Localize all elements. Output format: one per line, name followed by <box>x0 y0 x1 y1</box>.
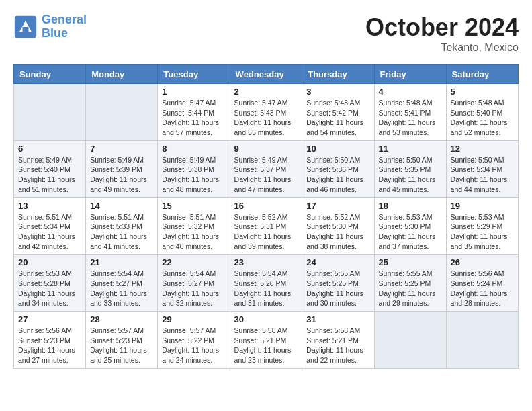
day-number: 3 <box>306 87 369 97</box>
day-info: Sunrise: 5:55 AM Sunset: 5:25 PM Dayligh… <box>379 269 442 308</box>
day-number: 13 <box>18 201 81 211</box>
day-number: 14 <box>90 201 153 211</box>
day-number: 18 <box>379 201 442 211</box>
calendar-cell: 19Sunrise: 5:53 AM Sunset: 5:29 PM Dayli… <box>446 197 518 255</box>
day-info: Sunrise: 5:55 AM Sunset: 5:25 PM Dayligh… <box>306 269 369 308</box>
day-info: Sunrise: 5:56 AM Sunset: 5:24 PM Dayligh… <box>451 269 514 308</box>
day-info: Sunrise: 5:52 AM Sunset: 5:30 PM Dayligh… <box>306 212 369 252</box>
weekday-header: Saturday <box>446 65 518 84</box>
calendar-cell: 27Sunrise: 5:56 AM Sunset: 5:23 PM Dayli… <box>14 312 86 369</box>
calendar-cell: 21Sunrise: 5:54 AM Sunset: 5:27 PM Dayli… <box>86 255 158 312</box>
day-info: Sunrise: 5:49 AM Sunset: 5:39 PM Dayligh… <box>90 155 153 195</box>
day-number: 30 <box>234 314 298 324</box>
calendar-cell: 26Sunrise: 5:56 AM Sunset: 5:24 PM Dayli… <box>446 255 518 312</box>
day-number: 21 <box>90 257 153 267</box>
day-number: 19 <box>451 201 514 211</box>
day-info: Sunrise: 5:57 AM Sunset: 5:22 PM Dayligh… <box>162 326 225 365</box>
day-number: 11 <box>379 144 442 154</box>
calendar-cell <box>446 312 518 369</box>
day-number: 26 <box>451 257 514 267</box>
calendar-cell: 25Sunrise: 5:55 AM Sunset: 5:25 PM Dayli… <box>374 255 446 312</box>
calendar-cell: 2Sunrise: 5:47 AM Sunset: 5:43 PM Daylig… <box>230 84 302 141</box>
day-number: 22 <box>162 257 225 267</box>
calendar-cell: 5Sunrise: 5:48 AM Sunset: 5:40 PM Daylig… <box>446 84 518 141</box>
day-number: 29 <box>162 314 225 324</box>
location: Tekanto, Mexico <box>365 42 519 54</box>
calendar-cell: 10Sunrise: 5:50 AM Sunset: 5:36 PM Dayli… <box>302 140 374 197</box>
calendar-cell: 15Sunrise: 5:51 AM Sunset: 5:32 PM Dayli… <box>158 197 230 255</box>
day-number: 24 <box>306 257 369 267</box>
title-block: October 2024 Tekanto, Mexico <box>365 13 519 54</box>
logo-line1: General <box>42 13 87 26</box>
weekday-header: Sunday <box>14 65 86 84</box>
calendar-cell: 17Sunrise: 5:52 AM Sunset: 5:30 PM Dayli… <box>302 197 374 255</box>
weekday-header: Monday <box>86 65 158 84</box>
day-info: Sunrise: 5:52 AM Sunset: 5:31 PM Dayligh… <box>234 212 298 252</box>
day-info: Sunrise: 5:50 AM Sunset: 5:35 PM Dayligh… <box>379 155 442 195</box>
calendar-cell: 20Sunrise: 5:53 AM Sunset: 5:28 PM Dayli… <box>14 255 86 312</box>
day-info: Sunrise: 5:57 AM Sunset: 5:23 PM Dayligh… <box>90 326 153 365</box>
calendar-cell: 7Sunrise: 5:49 AM Sunset: 5:39 PM Daylig… <box>86 140 158 197</box>
day-info: Sunrise: 5:54 AM Sunset: 5:26 PM Dayligh… <box>234 269 298 308</box>
day-number: 10 <box>306 144 369 154</box>
day-number: 16 <box>234 201 298 211</box>
day-number: 12 <box>451 144 514 154</box>
day-info: Sunrise: 5:53 AM Sunset: 5:28 PM Dayligh… <box>18 269 81 308</box>
day-number: 7 <box>90 144 153 154</box>
day-info: Sunrise: 5:48 AM Sunset: 5:41 PM Dayligh… <box>379 98 442 138</box>
calendar-week-row: 27Sunrise: 5:56 AM Sunset: 5:23 PM Dayli… <box>14 312 519 369</box>
calendar-cell: 28Sunrise: 5:57 AM Sunset: 5:23 PM Dayli… <box>86 312 158 369</box>
month-title: October 2024 <box>365 13 519 42</box>
day-info: Sunrise: 5:58 AM Sunset: 5:21 PM Dayligh… <box>234 326 298 365</box>
calendar-cell: 4Sunrise: 5:48 AM Sunset: 5:41 PM Daylig… <box>374 84 446 141</box>
calendar-week-row: 6Sunrise: 5:49 AM Sunset: 5:40 PM Daylig… <box>14 140 519 197</box>
day-info: Sunrise: 5:51 AM Sunset: 5:33 PM Dayligh… <box>90 212 153 252</box>
day-info: Sunrise: 5:51 AM Sunset: 5:34 PM Dayligh… <box>18 212 81 252</box>
calendar-cell: 24Sunrise: 5:55 AM Sunset: 5:25 PM Dayli… <box>302 255 374 312</box>
day-number: 20 <box>18 257 81 267</box>
weekday-header: Wednesday <box>230 65 302 84</box>
calendar-cell: 9Sunrise: 5:49 AM Sunset: 5:37 PM Daylig… <box>230 140 302 197</box>
calendar-cell: 31Sunrise: 5:58 AM Sunset: 5:21 PM Dayli… <box>302 312 374 369</box>
day-info: Sunrise: 5:50 AM Sunset: 5:34 PM Dayligh… <box>451 155 514 195</box>
day-number: 23 <box>234 257 298 267</box>
calendar-table: SundayMondayTuesdayWednesdayThursdayFrid… <box>13 64 519 369</box>
calendar-cell <box>86 84 158 141</box>
day-number: 4 <box>379 87 442 97</box>
calendar-cell: 3Sunrise: 5:48 AM Sunset: 5:42 PM Daylig… <box>302 84 374 141</box>
weekday-header: Thursday <box>302 65 374 84</box>
page-header: General Blue October 2024 Tekanto, Mexic… <box>13 13 519 54</box>
logo-text: General Blue <box>42 13 87 40</box>
day-info: Sunrise: 5:49 AM Sunset: 5:38 PM Dayligh… <box>162 155 225 195</box>
day-number: 2 <box>234 87 298 97</box>
day-number: 5 <box>451 87 514 97</box>
day-number: 31 <box>306 314 369 324</box>
calendar-cell: 16Sunrise: 5:52 AM Sunset: 5:31 PM Dayli… <box>230 197 302 255</box>
day-number: 27 <box>18 314 81 324</box>
day-number: 28 <box>90 314 153 324</box>
day-number: 8 <box>162 144 225 154</box>
day-info: Sunrise: 5:58 AM Sunset: 5:21 PM Dayligh… <box>306 326 369 365</box>
day-info: Sunrise: 5:47 AM Sunset: 5:43 PM Dayligh… <box>234 98 298 138</box>
logo-line2: Blue <box>42 26 68 40</box>
calendar-cell: 30Sunrise: 5:58 AM Sunset: 5:21 PM Dayli… <box>230 312 302 369</box>
day-number: 9 <box>234 144 298 154</box>
calendar-cell: 22Sunrise: 5:54 AM Sunset: 5:27 PM Dayli… <box>158 255 230 312</box>
day-info: Sunrise: 5:49 AM Sunset: 5:37 PM Dayligh… <box>234 155 298 195</box>
day-info: Sunrise: 5:54 AM Sunset: 5:27 PM Dayligh… <box>162 269 225 308</box>
day-number: 15 <box>162 201 225 211</box>
day-info: Sunrise: 5:56 AM Sunset: 5:23 PM Dayligh… <box>18 326 81 365</box>
day-info: Sunrise: 5:50 AM Sunset: 5:36 PM Dayligh… <box>306 155 369 195</box>
calendar-week-row: 1Sunrise: 5:47 AM Sunset: 5:44 PM Daylig… <box>14 84 519 141</box>
calendar-week-row: 20Sunrise: 5:53 AM Sunset: 5:28 PM Dayli… <box>14 255 519 312</box>
calendar-cell <box>374 312 446 369</box>
weekday-header: Tuesday <box>158 65 230 84</box>
day-info: Sunrise: 5:51 AM Sunset: 5:32 PM Dayligh… <box>162 212 225 252</box>
day-number: 17 <box>306 201 369 211</box>
day-info: Sunrise: 5:49 AM Sunset: 5:40 PM Dayligh… <box>18 155 81 195</box>
day-info: Sunrise: 5:48 AM Sunset: 5:42 PM Dayligh… <box>306 98 369 138</box>
calendar-cell: 11Sunrise: 5:50 AM Sunset: 5:35 PM Dayli… <box>374 140 446 197</box>
day-number: 1 <box>162 87 225 97</box>
calendar-week-row: 13Sunrise: 5:51 AM Sunset: 5:34 PM Dayli… <box>14 197 519 255</box>
day-info: Sunrise: 5:54 AM Sunset: 5:27 PM Dayligh… <box>90 269 153 308</box>
